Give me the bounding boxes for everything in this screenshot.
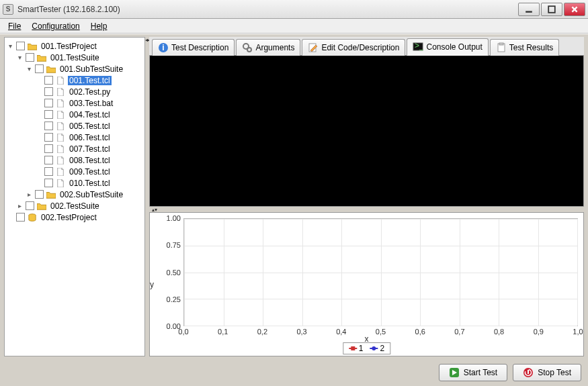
expand-icon[interactable]: [6, 213, 14, 221]
tree-checkbox[interactable]: [44, 76, 53, 85]
tree-checkbox[interactable]: [44, 179, 53, 187]
x-tick-label: 0,8: [494, 328, 504, 336]
y-tick-label: 1.00: [150, 214, 181, 222]
y-tick-label: 0.25: [150, 295, 181, 303]
menu-help[interactable]: Help: [87, 20, 112, 32]
tab-arguments[interactable]: Arguments: [236, 39, 300, 56]
tree-checkbox[interactable]: [44, 87, 53, 96]
y-tick-label: 0.75: [150, 241, 181, 249]
expand-icon[interactable]: ▾: [6, 42, 14, 50]
stop-test-button[interactable]: Stop Test: [513, 364, 581, 381]
tree-test-item[interactable]: 009.Test.tcl: [6, 166, 143, 177]
tree-item-label[interactable]: 001.Test.tcl: [68, 76, 112, 85]
edit-icon: [308, 42, 319, 53]
file-icon: [55, 99, 66, 108]
tree-checkbox[interactable]: [35, 190, 44, 199]
tree-item-label[interactable]: 008.Test.tcl: [68, 156, 112, 165]
tree-checkbox[interactable]: [44, 133, 53, 142]
close-button[interactable]: [564, 3, 585, 16]
file-icon: [55, 144, 66, 154]
tree-test-item[interactable]: 007.Test.tcl: [6, 143, 143, 154]
tree-checkbox[interactable]: [44, 144, 53, 153]
tree-checkbox[interactable]: [16, 213, 25, 222]
tree-item-label[interactable]: 001.SubTestSuite: [58, 64, 124, 74]
svg-point-8: [247, 48, 251, 52]
expand-icon[interactable]: ▾: [25, 65, 33, 73]
tree-test-item[interactable]: 010.Test.tcl: [6, 177, 143, 189]
legend-label: 1: [359, 344, 364, 353]
tab-test-results[interactable]: Test Results: [490, 39, 559, 56]
test-tree[interactable]: ▾ 001.TestProject ▾ 001.TestSuite ▾ 001.…: [4, 37, 145, 356]
tree-test-item[interactable]: 008.Test.tcl: [6, 154, 143, 166]
minimize-button[interactable]: [518, 3, 540, 16]
folder-icon: [46, 64, 56, 74]
tree-checkbox[interactable]: [44, 122, 53, 130]
file-icon: [55, 133, 66, 142]
tree-item-label[interactable]: 006.Test.tcl: [68, 133, 112, 142]
file-icon: [55, 167, 66, 177]
menu-configuration[interactable]: Configuration: [28, 20, 83, 32]
tree-checkbox[interactable]: [44, 167, 53, 176]
title-bar: S SmartTester (192.168.2.100): [0, 0, 588, 19]
expand-icon[interactable]: ▾: [15, 54, 24, 61]
chart-plot-area: [183, 218, 578, 326]
tab-label: Test Results: [509, 43, 553, 52]
tab-test-description[interactable]: i Test Description: [152, 39, 235, 56]
tree-test-item[interactable]: 004.Test.tcl: [6, 109, 143, 120]
expand-icon[interactable]: ▸: [15, 202, 24, 209]
tree-test-item[interactable]: 003.Test.bat: [6, 97, 143, 109]
tree-checkbox[interactable]: [26, 201, 34, 210]
tree-checkbox[interactable]: [26, 53, 34, 62]
button-label: Start Test: [464, 368, 497, 377]
tree-test-item[interactable]: 005.Test.tcl: [6, 120, 143, 132]
window-title: SmartTester (192.168.2.100): [17, 5, 518, 14]
svg-rect-13: [499, 43, 503, 45]
svg-text:i: i: [162, 43, 164, 52]
menu-file[interactable]: File: [4, 20, 25, 32]
tree-item-label[interactable]: 003.Test.bat: [68, 99, 114, 108]
tree-item-label[interactable]: 004.Test.tcl: [68, 110, 112, 119]
tree-checkbox[interactable]: [35, 64, 44, 73]
tree-item-label[interactable]: 002.SubTestSuite: [58, 190, 124, 199]
x-tick-label: 0,4: [336, 328, 346, 336]
tree-item-label[interactable]: 001.TestProject: [40, 42, 98, 51]
tab-label: Arguments: [255, 43, 294, 52]
tab-label: Test Description: [171, 43, 228, 52]
tree-item-label[interactable]: 009.Test.tcl: [68, 167, 112, 177]
terminal-icon: >_: [413, 42, 423, 52]
tree-item-label[interactable]: 010.Test.tcl: [68, 179, 112, 188]
file-icon: [55, 87, 66, 97]
x-tick-label: 0,5: [376, 328, 386, 336]
horizontal-splitter[interactable]: ▴▾: [149, 207, 584, 212]
database-icon: [27, 213, 38, 222]
maximize-button[interactable]: [541, 3, 562, 16]
x-tick-label: 0,1: [218, 328, 228, 336]
tree-checkbox[interactable]: [44, 110, 53, 119]
tree-test-item[interactable]: 006.Test.tcl: [6, 132, 143, 143]
tree-item-label[interactable]: 007.Test.tcl: [68, 144, 112, 154]
tree-checkbox[interactable]: [44, 156, 53, 164]
y-tick-label: 0.50: [150, 269, 181, 277]
tree-item-label[interactable]: 002.Test.py: [68, 87, 112, 97]
tab-console-output[interactable]: >_ Console Output: [407, 38, 488, 56]
folder-icon: [46, 190, 56, 199]
info-icon: i: [158, 42, 169, 53]
x-tick-label: 0,3: [296, 328, 306, 336]
tree-test-item[interactable]: 002.Test.py: [6, 86, 143, 97]
tree-test-item[interactable]: 001.Test.tcl: [6, 75, 143, 86]
start-test-button[interactable]: Start Test: [439, 364, 507, 381]
tab-edit-code[interactable]: Edit Code/Description: [302, 39, 405, 56]
stop-icon: [523, 367, 534, 378]
svg-rect-16: [528, 370, 529, 374]
tree-item-label[interactable]: 002.TestSuite: [49, 201, 101, 211]
tree-item-label[interactable]: 001.TestSuite: [49, 53, 101, 62]
folder-icon: [27, 42, 38, 51]
tree-item-label[interactable]: 005.Test.tcl: [68, 122, 112, 131]
tree-item-label[interactable]: 002.TestProject: [40, 213, 98, 222]
console-output[interactable]: [149, 56, 584, 207]
x-tick-label: 1,0: [573, 328, 583, 336]
tree-checkbox[interactable]: [16, 42, 25, 50]
tree-checkbox[interactable]: [44, 99, 53, 107]
expand-icon[interactable]: ▸: [25, 191, 33, 198]
svg-rect-1: [548, 6, 555, 13]
